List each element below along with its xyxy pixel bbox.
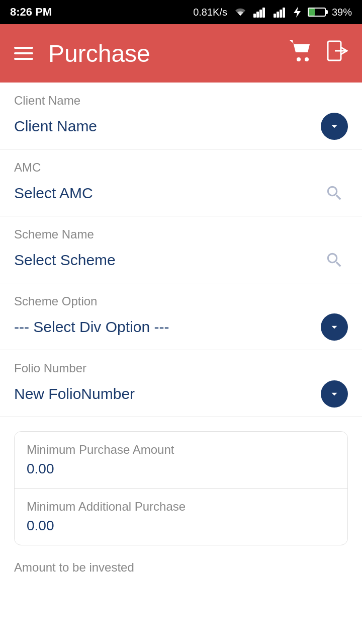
amc-placeholder: Select AMC <box>14 185 93 202</box>
scheme-option-field: Scheme Option --- Select Div Option --- <box>0 283 362 350</box>
folio-number-label: Folio Number <box>14 361 348 375</box>
header-left: Purchase <box>14 40 150 67</box>
app-header: Purchase <box>0 24 362 83</box>
min-additional-value: 0.00 <box>27 518 335 534</box>
header-right <box>290 40 348 66</box>
min-purchase-label: Minimum Purchase Amount <box>27 443 335 457</box>
signal-icon <box>253 7 267 18</box>
folio-number-field: Folio Number New FolioNumber <box>0 350 362 417</box>
min-additional-label: Minimum Additional Purchase <box>27 500 335 514</box>
svg-rect-1 <box>256 12 259 18</box>
amc-field: AMC Select AMC <box>0 149 362 216</box>
scheme-name-value-row: Select Scheme <box>14 247 348 283</box>
svg-rect-7 <box>283 8 285 18</box>
signal2-icon <box>274 7 288 18</box>
svg-rect-4 <box>274 14 276 18</box>
folio-number-dropdown[interactable] <box>321 380 348 408</box>
min-additional-item: Minimum Additional Purchase 0.00 <box>15 489 347 545</box>
svg-rect-2 <box>259 10 262 18</box>
min-purchase-item: Minimum Purchase Amount 0.00 <box>15 432 347 489</box>
folio-number-value-row: New FolioNumber <box>14 380 348 417</box>
client-name-value: Client Name <box>14 118 97 135</box>
status-bar: 8:26 PM 0.81K/s 39% <box>0 0 362 24</box>
min-purchase-value: 0.00 <box>27 461 335 477</box>
menu-button[interactable] <box>14 47 33 60</box>
client-name-field: Client Name Client Name <box>0 83 362 149</box>
amc-label: AMC <box>14 160 348 175</box>
status-time: 8:26 PM <box>10 6 52 19</box>
scheme-option-dropdown[interactable] <box>321 313 348 341</box>
svg-point-8 <box>297 57 301 61</box>
amc-search-button[interactable] <box>321 180 348 207</box>
svg-rect-5 <box>277 12 279 18</box>
client-name-value-row: Client Name <box>14 113 348 149</box>
scheme-option-label: Scheme Option <box>14 294 348 308</box>
folio-number-value: New FolioNumber <box>14 385 135 403</box>
amount-invested-label: Amount to be invested <box>0 545 362 575</box>
svg-rect-3 <box>262 8 265 18</box>
svg-rect-0 <box>253 14 256 18</box>
scheme-name-field: Scheme Name Select Scheme <box>0 216 362 283</box>
page-title: Purchase <box>48 40 150 67</box>
scheme-option-value-row: --- Select Div Option --- <box>14 313 348 350</box>
wifi-icon <box>233 7 247 18</box>
status-right-icons: 0.81K/s 39% <box>193 7 352 18</box>
battery-percent: 39% <box>332 7 352 18</box>
network-speed: 0.81K/s <box>193 7 227 18</box>
battery-icon <box>308 8 326 17</box>
form-content: Client Name Client Name AMC Select AMC S… <box>0 83 362 575</box>
client-name-label: Client Name <box>14 94 348 108</box>
scheme-option-value: --- Select Div Option --- <box>14 318 169 336</box>
svg-point-9 <box>305 57 309 61</box>
svg-rect-6 <box>280 10 282 18</box>
logout-button[interactable] <box>327 40 348 66</box>
scheme-name-placeholder: Select Scheme <box>14 252 116 269</box>
scheme-name-label: Scheme Name <box>14 227 348 242</box>
charging-icon <box>294 7 302 18</box>
amc-value-row: Select AMC <box>14 180 348 216</box>
client-name-dropdown[interactable] <box>321 113 348 140</box>
info-card: Minimum Purchase Amount 0.00 Minimum Add… <box>14 431 348 545</box>
cart-button[interactable] <box>290 40 313 66</box>
scheme-search-button[interactable] <box>321 247 348 274</box>
